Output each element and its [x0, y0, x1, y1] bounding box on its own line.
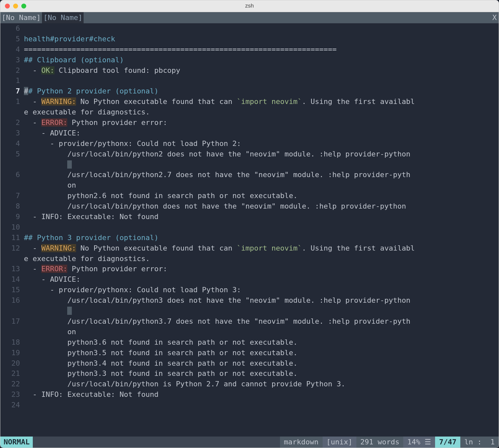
- gutter-number: 1: [0, 96, 24, 107]
- text-segment: [67, 160, 71, 169]
- gutter-number: 7: [0, 86, 24, 96]
- editor-line[interactable]: 11## Python 3 provider (optional): [0, 233, 499, 243]
- line-content[interactable]: e executable for diagnostics.: [24, 254, 499, 264]
- line-content[interactable]: /usr/local/bin/python2.7 does not have t…: [24, 170, 499, 180]
- editor-line[interactable]: on: [0, 180, 499, 191]
- gutter-number: 12: [0, 243, 24, 254]
- line-content[interactable]: on: [24, 180, 499, 191]
- line-content[interactable]: python3.4 not found in search path or no…: [24, 358, 499, 369]
- window-controls: [5, 4, 26, 9]
- line-content[interactable]: - WARNING: No Python executable found th…: [24, 243, 499, 254]
- editor-line[interactable]: 17 /usr/local/bin/python3.7 does not hav…: [0, 316, 499, 327]
- line-content[interactable]: [24, 306, 499, 316]
- text-segment: /usr/local/bin/python3.7 does not have t…: [24, 317, 410, 325]
- editor-line[interactable]: 16 /usr/local/bin/python3 does not have …: [0, 295, 499, 306]
- line-content[interactable]: on: [24, 327, 499, 337]
- line-content[interactable]: /usr/local/bin/python does not have the …: [24, 201, 499, 212]
- editor-line[interactable]: 2 - ERROR: Python provider error:: [0, 117, 499, 128]
- editor-area[interactable]: 65health#provider#check4================…: [0, 23, 499, 437]
- gutter-number: 6: [0, 23, 24, 34]
- editor-line[interactable]: 7## Python 2 provider (optional): [0, 86, 499, 96]
- editor-line[interactable]: e executable for diagnostics.: [0, 254, 499, 264]
- line-content[interactable]: - INFO: Executable: Not found: [24, 212, 499, 222]
- text-segment: OK:: [41, 66, 54, 74]
- editor-line[interactable]: 4 - provider/pythonx: Could not load Pyt…: [0, 138, 499, 149]
- editor-line[interactable]: e executable for diagnostics.: [0, 107, 499, 117]
- line-content[interactable]: /usr/local/bin/python3.7 does not have t…: [24, 316, 499, 327]
- line-content[interactable]: - provider/pythonx: Could not load Pytho…: [24, 285, 499, 295]
- text-segment: -: [24, 118, 41, 127]
- editor-line[interactable]: 19 python3.5 not found in search path or…: [0, 348, 499, 358]
- line-content[interactable]: ## Python 2 provider (optional): [24, 86, 499, 96]
- line-content[interactable]: - ERROR: Python provider error:: [24, 117, 499, 128]
- editor-line[interactable]: 3## Clipboard (optional): [0, 55, 499, 65]
- line-content[interactable]: - provider/pythonx: Could not load Pytho…: [24, 138, 499, 149]
- line-content[interactable]: [24, 23, 499, 34]
- line-content[interactable]: /usr/local/bin/python is Python 2.7 and …: [24, 379, 499, 389]
- editor-line[interactable]: 2 - OK: Clipboard tool found: pbcopy: [0, 65, 499, 76]
- editor-line[interactable]: 22 /usr/local/bin/python is Python 2.7 a…: [0, 379, 499, 389]
- editor-line[interactable]: 24: [0, 400, 499, 410]
- editor-line[interactable]: 14 - ADVICE:: [0, 274, 499, 285]
- editor-line[interactable]: [0, 159, 499, 170]
- line-content[interactable]: python3.3 not found in search path or no…: [24, 368, 499, 379]
- tab-inactive[interactable]: [No Name]: [42, 12, 84, 23]
- editor-line[interactable]: 23 - INFO: Executable: Not found: [0, 389, 499, 400]
- line-content[interactable]: - ADVICE:: [24, 274, 499, 285]
- text-segment: #: [24, 87, 28, 95]
- editor-line[interactable]: [0, 306, 499, 316]
- column-position: ln : 1: [460, 437, 499, 448]
- line-content[interactable]: - ERROR: Python provider error:: [24, 264, 499, 274]
- text-segment: python3.3 not found in search path or no…: [24, 369, 297, 377]
- line-content[interactable]: e executable for diagnostics.: [24, 107, 499, 117]
- line-content[interactable]: [24, 400, 499, 410]
- editor-line[interactable]: 1: [0, 75, 499, 86]
- line-content[interactable]: python3.6 not found in search path or no…: [24, 337, 499, 348]
- line-content[interactable]: [24, 222, 499, 233]
- close-icon[interactable]: [5, 4, 10, 9]
- editor-line[interactable]: 9 - INFO: Executable: Not found: [0, 212, 499, 222]
- line-content[interactable]: /usr/local/bin/python2 does not have the…: [24, 149, 499, 159]
- text-segment: /usr/local/bin/python3 does not have the…: [24, 296, 410, 304]
- line-content[interactable]: [24, 159, 499, 170]
- minimize-icon[interactable]: [13, 4, 18, 9]
- maximize-icon[interactable]: [21, 4, 26, 9]
- text-segment: python2.6 not found in search path or no…: [24, 192, 297, 200]
- editor-line[interactable]: 8 /usr/local/bin/python does not have th…: [0, 201, 499, 212]
- line-content[interactable]: python3.5 not found in search path or no…: [24, 348, 499, 358]
- line-content[interactable]: ========================================…: [24, 44, 499, 55]
- line-content[interactable]: - OK: Clipboard tool found: pbcopy: [24, 65, 499, 76]
- editor-line[interactable]: 10: [0, 222, 499, 233]
- line-content[interactable]: ## Python 3 provider (optional): [24, 233, 499, 243]
- editor-line[interactable]: 6 /usr/local/bin/python2.7 does not have…: [0, 170, 499, 180]
- line-content[interactable]: [24, 75, 499, 86]
- line-content[interactable]: - INFO: Executable: Not found: [24, 389, 499, 400]
- text-segment: [24, 160, 67, 169]
- editor-line[interactable]: 3 - ADVICE:: [0, 128, 499, 138]
- text-segment: /usr/local/bin/python is Python 2.7 and …: [24, 380, 345, 388]
- editor-line[interactable]: 15 - provider/pythonx: Could not load Py…: [0, 285, 499, 295]
- editor-line[interactable]: 12 - WARNING: No Python executable found…: [0, 243, 499, 254]
- line-content[interactable]: - WARNING: No Python executable found th…: [24, 96, 499, 107]
- editor-line[interactable]: 20 python3.4 not found in search path or…: [0, 358, 499, 369]
- line-content[interactable]: ## Clipboard (optional): [24, 55, 499, 65]
- editor-line[interactable]: 1 - WARNING: No Python executable found …: [0, 96, 499, 107]
- editor-line[interactable]: 13 - ERROR: Python provider error:: [0, 264, 499, 274]
- line-content[interactable]: - ADVICE:: [24, 128, 499, 138]
- editor-line[interactable]: 21 python3.3 not found in search path or…: [0, 368, 499, 379]
- line-content[interactable]: health#provider#check: [24, 34, 499, 44]
- editor-line[interactable]: 18 python3.6 not found in search path or…: [0, 337, 499, 348]
- gutter-number: 6: [0, 170, 24, 180]
- text-segment: No Python executable found that can: [76, 97, 237, 106]
- tab-active[interactable]: [No Name]: [0, 12, 42, 23]
- tab-close-button[interactable]: X: [490, 12, 499, 23]
- gutter-number: 10: [0, 222, 24, 233]
- editor-line[interactable]: 6: [0, 23, 499, 34]
- line-content[interactable]: python2.6 not found in search path or no…: [24, 191, 499, 201]
- editor-line[interactable]: 5health#provider#check: [0, 34, 499, 44]
- editor-line[interactable]: on: [0, 327, 499, 337]
- editor-line[interactable]: 7 python2.6 not found in search path or …: [0, 191, 499, 201]
- editor-line[interactable]: 4=======================================…: [0, 44, 499, 55]
- editor-line[interactable]: 5 /usr/local/bin/python2 does not have t…: [0, 149, 499, 159]
- line-content[interactable]: /usr/local/bin/python3 does not have the…: [24, 295, 499, 306]
